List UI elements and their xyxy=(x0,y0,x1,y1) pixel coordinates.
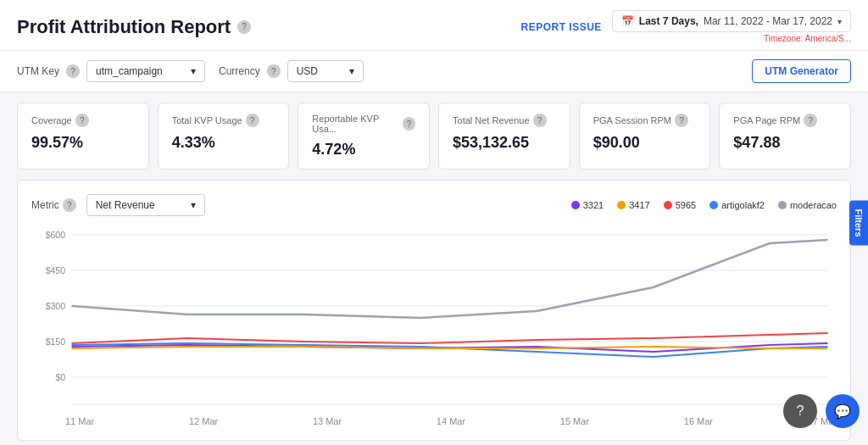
legend-item: artigolakf2 xyxy=(709,200,765,210)
metric-value: $47.88 xyxy=(733,134,837,152)
currency-label: Currency xyxy=(219,65,260,77)
metric-help-icon[interactable]: ? xyxy=(246,114,259,127)
legend-dot xyxy=(709,201,718,209)
legend-label: moderacao xyxy=(790,200,837,210)
metric-card: Total KVP Usage ? 4.33% xyxy=(158,103,290,170)
currency-help-icon[interactable]: ? xyxy=(267,64,281,78)
chart-container: $600 $450 $300 $150 $0 xyxy=(31,226,837,413)
metric-title: Coverage ? xyxy=(31,114,135,127)
svg-text:$600: $600 xyxy=(46,231,66,240)
metric-help-icon[interactable]: ? xyxy=(804,114,817,127)
svg-text:$300: $300 xyxy=(46,302,66,311)
metric-help-icon[interactable]: ? xyxy=(533,114,547,127)
metric-value: $53,132.65 xyxy=(453,134,556,152)
legend-item: 3417 xyxy=(617,200,649,210)
chart-metric-help-icon[interactable]: ? xyxy=(63,198,76,212)
header-left: Profit Attribution Report ? xyxy=(17,16,251,38)
x-axis-label: 12 Mar xyxy=(189,416,218,426)
timezone-row: Timezone: America/S... xyxy=(612,34,851,43)
utm-key-chevron-icon: ▾ xyxy=(191,65,196,77)
metric-help-icon[interactable]: ? xyxy=(403,117,415,131)
metric-title: Total KVP Usage ? xyxy=(172,114,275,127)
metric-value: 4.72% xyxy=(312,141,415,159)
legend-dot xyxy=(617,201,626,209)
metrics-row: Coverage ? 99.57% Total KVP Usage ? 4.33… xyxy=(0,92,868,180)
timezone-label: Timezone: xyxy=(764,34,803,43)
chart-metric-value: Net Revenue xyxy=(96,199,155,211)
x-axis-label: 14 Mar xyxy=(437,416,465,426)
metric-value: 4.33% xyxy=(172,134,275,152)
legend-item: 5965 xyxy=(664,200,696,210)
chat-fab[interactable]: 💬 xyxy=(826,394,860,428)
metric-title: PGA Page RPM ? xyxy=(733,114,837,127)
legend-dot xyxy=(778,201,787,209)
page-header: Profit Attribution Report ? REPORT ISSUE… xyxy=(0,0,868,51)
metric-title: PGA Session RPM ? xyxy=(593,114,697,127)
legend-item: 3321 xyxy=(571,200,604,210)
currency-chevron-icon: ▾ xyxy=(349,65,354,77)
chart-controls: Metric ? Net Revenue ▾ 332134175965artig… xyxy=(31,194,837,216)
currency-value: USD xyxy=(297,65,318,77)
page-title: Profit Attribution Report xyxy=(17,16,231,38)
toolbar: UTM Key ? utm_campaign ▾ Currency ? USD … xyxy=(0,51,868,92)
chevron-down-icon: ▾ xyxy=(837,17,842,26)
svg-text:$150: $150 xyxy=(46,337,66,347)
metric-title: Total Net Revenue ? xyxy=(453,114,556,127)
svg-text:$450: $450 xyxy=(46,266,66,275)
metric-card: Total Net Revenue ? $53,132.65 xyxy=(438,103,570,170)
legend-label: 3321 xyxy=(583,200,604,210)
date-range-button[interactable]: 📅 Last 7 Days, Mar 11, 2022 - Mar 17, 20… xyxy=(612,10,851,32)
x-axis-label: 16 Mar xyxy=(684,416,713,426)
chart-metric-label: Metric ? xyxy=(31,198,76,212)
metric-card: Coverage ? 99.57% xyxy=(17,103,149,170)
metric-label-text: Metric xyxy=(31,199,59,211)
metric-card: PGA Page RPM ? $47.88 xyxy=(719,103,851,170)
x-axis-labels: 11 Mar12 Mar13 Mar14 Mar15 Mar16 Mar17 M… xyxy=(31,413,837,426)
chart-metric-select[interactable]: Net Revenue ▾ xyxy=(86,194,205,216)
filters-tab[interactable]: Filters xyxy=(849,200,868,245)
x-axis-label: 11 Mar xyxy=(65,416,94,426)
help-fab[interactable]: ? xyxy=(783,394,817,428)
metric-help-icon[interactable]: ? xyxy=(75,114,89,127)
legend-label: artigolakf2 xyxy=(721,200,765,210)
metric-help-icon[interactable]: ? xyxy=(675,114,688,127)
metric-value: $90.00 xyxy=(593,134,697,152)
timezone-value: America/S... xyxy=(805,34,851,43)
legend-label: 5965 xyxy=(676,200,696,210)
title-help-icon[interactable]: ? xyxy=(237,20,251,34)
svg-text:$0: $0 xyxy=(55,373,65,382)
line-chart: $600 $450 $300 $150 $0 xyxy=(31,226,837,413)
legend-dot xyxy=(664,201,672,209)
chart-section: Metric ? Net Revenue ▾ 332134175965artig… xyxy=(17,180,851,441)
metric-value: 99.57% xyxy=(31,134,135,152)
report-issue-link[interactable]: REPORT ISSUE xyxy=(521,21,602,33)
x-axis-label: 15 Mar xyxy=(560,416,589,426)
utmgen-button[interactable]: UTM Generator xyxy=(752,59,851,83)
legend-item: moderacao xyxy=(778,200,837,210)
legend-dot xyxy=(571,201,580,209)
metric-card: Reportable KVP Usa... ? 4.72% xyxy=(298,103,430,170)
utm-key-group: UTM Key ? utm_campaign ▾ xyxy=(17,60,205,82)
currency-group: Currency ? USD ▾ xyxy=(219,60,364,82)
date-range-dates: Mar 11, 2022 - Mar 17, 2022 xyxy=(704,15,832,27)
utm-key-label: UTM Key xyxy=(17,65,59,77)
metric-title: Reportable KVP Usa... ? xyxy=(312,114,415,134)
calendar-icon: 📅 xyxy=(621,15,634,27)
metric-card: PGA Session RPM ? $90.00 xyxy=(579,103,711,170)
currency-select[interactable]: USD ▾ xyxy=(287,60,364,82)
date-range-label: Last 7 Days, xyxy=(639,15,698,27)
utm-key-select[interactable]: utm_campaign ▾ xyxy=(86,60,205,82)
utm-key-help-icon[interactable]: ? xyxy=(66,64,80,78)
header-right: REPORT ISSUE 📅 Last 7 Days, Mar 11, 2022… xyxy=(521,10,852,43)
chart-metric-chevron-icon: ▾ xyxy=(191,199,196,211)
utm-key-value: utm_campaign xyxy=(96,65,163,77)
x-axis-label: 13 Mar xyxy=(313,416,342,426)
chart-legend: 332134175965artigolakf2moderacao xyxy=(571,200,837,210)
legend-label: 3417 xyxy=(629,200,649,210)
